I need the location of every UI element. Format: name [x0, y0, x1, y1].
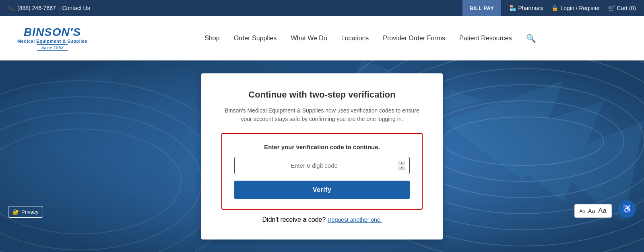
- separator: |: [58, 5, 60, 11]
- logo-since: Since 1953: [37, 44, 67, 51]
- verification-box: Enter your verification code to continue…: [221, 133, 423, 210]
- nav-locations[interactable]: Locations: [341, 35, 369, 42]
- privacy-label: Privacy: [21, 209, 39, 215]
- login-link[interactable]: 🔒 Login / Register: [551, 5, 600, 11]
- top-bar-left: 📞 (888) 246-7667 | Contact Us: [8, 5, 90, 11]
- privacy-icon: 🔐: [12, 209, 19, 215]
- resend-section: Didn't receive a code? Request another o…: [221, 216, 423, 223]
- accessibility-icon: ♿: [622, 204, 632, 214]
- cart-link[interactable]: 🛒 Cart (0): [608, 5, 636, 11]
- resend-text: Didn't receive a code?: [262, 216, 326, 223]
- privacy-badge[interactable]: 🔐 Privacy: [8, 206, 43, 218]
- top-bar-right: BILL PAY 🏪 Pharmacy 🔒 Login / Register 🛒…: [462, 0, 636, 16]
- nav-shop[interactable]: Shop: [204, 35, 219, 42]
- cart-icon: 🛒: [608, 5, 615, 11]
- spinner-up[interactable]: ▲: [398, 161, 405, 165]
- pharmacy-icon: 🏪: [509, 5, 516, 11]
- top-bar: 📞 (888) 246-7667 | Contact Us BILL PAY 🏪…: [0, 0, 644, 16]
- modal-description: Binson's Medical Equipment & Supplies no…: [221, 106, 423, 123]
- verify-button[interactable]: Verify: [234, 181, 410, 199]
- main-background: Continue with two-step verification Bins…: [0, 60, 644, 252]
- font-size-controls[interactable]: Aa Aa Aa: [574, 204, 612, 218]
- bill-pay-button[interactable]: BILL PAY: [462, 0, 502, 16]
- phone-number: (888) 246-7667: [17, 5, 56, 11]
- nav-order-supplies[interactable]: Order Supplies: [234, 35, 277, 42]
- verification-modal: Continue with two-step verification Bins…: [201, 73, 443, 240]
- code-input-wrapper: ▲ ▼: [234, 157, 410, 174]
- verification-code-input[interactable]: [234, 157, 410, 174]
- accessibility-button[interactable]: ♿: [618, 200, 636, 218]
- main-nav: Shop Order Supplies What We Do Locations…: [109, 33, 632, 43]
- logo-title: BINSON'S: [24, 26, 81, 39]
- nav-header: BINSON'S Medical Equipment & Supplies Si…: [0, 16, 644, 60]
- pharmacy-link[interactable]: 🏪 Pharmacy: [509, 5, 543, 11]
- font-medium[interactable]: Aa: [588, 208, 595, 214]
- font-small[interactable]: Aa: [580, 208, 585, 213]
- resend-link[interactable]: Request another one.: [328, 217, 382, 223]
- font-large[interactable]: Aa: [598, 207, 607, 215]
- logo-area: BINSON'S Medical Equipment & Supplies Si…: [12, 26, 93, 51]
- spinner-down[interactable]: ▼: [398, 166, 405, 170]
- verification-label: Enter your verification code to continue…: [234, 144, 410, 150]
- number-spinner[interactable]: ▲ ▼: [398, 161, 405, 170]
- search-icon[interactable]: 🔍: [526, 33, 536, 43]
- nav-provider-order-forms[interactable]: Provider Order Forms: [383, 35, 445, 42]
- nav-patient-resources[interactable]: Patient Resources: [459, 35, 512, 42]
- contact-link[interactable]: Contact Us: [62, 5, 90, 11]
- nav-what-we-do[interactable]: What We Do: [291, 35, 327, 42]
- modal-title: Continue with two-step verification: [221, 90, 423, 100]
- logo-subtitle: Medical Equipment & Supplies: [17, 39, 87, 44]
- phone-icon: 📞: [8, 5, 15, 11]
- lock-icon: 🔒: [551, 5, 558, 11]
